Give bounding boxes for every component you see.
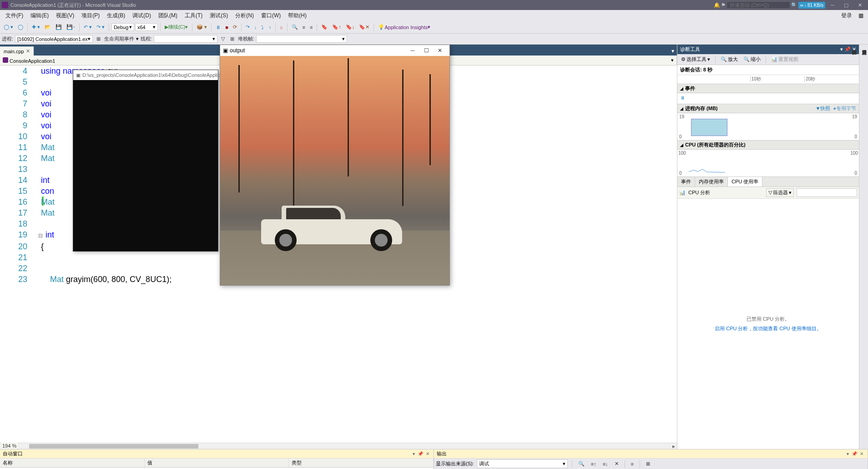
- console-window[interactable]: ▣ D:\vs_projects\ConsoleApplication1\x64…: [73, 70, 218, 252]
- reset-view-button[interactable]: 📊 重置视图: [769, 55, 800, 64]
- col-type[interactable]: 类型: [289, 459, 434, 467]
- panel-pin-button[interactable]: 📌: [850, 451, 858, 456]
- lifecycle-dropdown[interactable]: ▾: [136, 36, 139, 42]
- step-into-button[interactable]: ↓: [252, 24, 259, 31]
- diag-search-input[interactable]: [797, 188, 857, 197]
- menu-edit[interactable]: 编辑(E): [27, 10, 52, 21]
- platform-dropdown[interactable]: x64 ▾: [135, 23, 158, 31]
- menu-debug[interactable]: 调试(D): [129, 10, 155, 21]
- output-source-dropdown[interactable]: 调试▾: [477, 459, 568, 468]
- build-button[interactable]: 📦 ▾: [195, 23, 209, 31]
- output-find-button[interactable]: 🔍: [576, 460, 586, 468]
- find-button[interactable]: 🔍: [290, 23, 300, 31]
- zoom-out-button[interactable]: 🔍 缩小: [742, 55, 762, 64]
- menu-project[interactable]: 项目(P): [78, 10, 103, 21]
- uncomment-button[interactable]: ≡: [308, 24, 314, 31]
- output-wrap-button[interactable]: ≡: [629, 460, 636, 468]
- output-close-button[interactable]: ✕: [433, 47, 447, 54]
- redo-button[interactable]: ↷ ▾: [95, 23, 106, 31]
- login-link[interactable]: 登录: [838, 10, 856, 21]
- menu-test[interactable]: 测试(S): [206, 10, 232, 21]
- events-header[interactable]: ◢事件: [677, 84, 859, 93]
- thread-filter-button[interactable]: ▽: [219, 35, 227, 43]
- toggle-threads-button[interactable]: ⊞: [228, 35, 236, 43]
- comment-button[interactable]: ≡: [301, 24, 307, 31]
- cpu-header[interactable]: ◢CPU (所有处理器的百分比): [677, 141, 859, 150]
- diag-tab-memory[interactable]: 内存使用率: [695, 177, 728, 187]
- continue-button[interactable]: ▶ 继续(C) ▾: [163, 23, 190, 31]
- solution-explorer-tab[interactable]: 解决方案资源管理器: [861, 46, 867, 447]
- menu-window[interactable]: 窗口(W): [257, 10, 284, 21]
- zoom-in-button[interactable]: 🔍 放大: [719, 55, 740, 64]
- menu-tools[interactable]: 工具(T): [181, 10, 206, 21]
- output-prev-button[interactable]: ≡↑: [589, 460, 598, 468]
- nav-forward-button[interactable]: ◯: [16, 23, 25, 31]
- lifecycle-icon[interactable]: ⊞: [95, 35, 102, 43]
- output-maximize-button[interactable]: ☐: [419, 47, 433, 54]
- filter-dropdown[interactable]: ▽ 筛选器 ▾: [766, 188, 794, 197]
- col-value[interactable]: 值: [145, 459, 289, 467]
- col-name[interactable]: 名称: [0, 459, 145, 467]
- new-button[interactable]: ✚ ▾: [30, 23, 42, 31]
- menu-build[interactable]: 生成(B): [103, 10, 129, 21]
- menu-file[interactable]: 文件(F): [2, 10, 27, 21]
- config-dropdown[interactable]: Debug ▾: [111, 23, 134, 31]
- close-button[interactable]: ✕: [853, 1, 866, 9]
- open-button[interactable]: 📂: [43, 23, 53, 31]
- menu-help[interactable]: 帮助(H): [284, 10, 310, 21]
- opencv-output-window[interactable]: ▣output ─ ☐ ✕: [220, 45, 450, 286]
- editor-tab-main-cpp[interactable]: main.cpp ✕: [0, 46, 34, 55]
- step-over-button[interactable]: ⤵: [259, 24, 266, 31]
- dropdown-files-button[interactable]: ▾: [669, 46, 677, 55]
- undo-button[interactable]: ↶ ▾: [82, 23, 94, 31]
- select-tools-button[interactable]: ⚙ 选择工具 ▾: [679, 55, 712, 64]
- memory-header[interactable]: ◢进程内存 (MB) ▼快照 ●专用字节: [677, 104, 859, 113]
- restart-button[interactable]: ⟳: [231, 23, 239, 31]
- step-out-button[interactable]: ↑: [267, 24, 273, 31]
- thread-dropdown[interactable]: ▾: [154, 35, 217, 43]
- minimize-button[interactable]: ─: [826, 1, 839, 9]
- output-clear-button[interactable]: ✕: [613, 460, 621, 468]
- timeline-ruler[interactable]: 10秒 20秒: [677, 75, 859, 84]
- diag-tab-events[interactable]: 事件: [677, 177, 695, 187]
- panel-close-button[interactable]: ✕: [858, 451, 865, 456]
- panel-dropdown-button[interactable]: ▾: [840, 46, 843, 52]
- maximize-button[interactable]: ▢: [840, 1, 853, 9]
- bookmark-clear-button[interactable]: 🔖✕: [357, 23, 371, 31]
- show-next-statement-button[interactable]: ↷: [244, 23, 252, 31]
- panel-dropdown-button[interactable]: ▾: [845, 451, 850, 456]
- panel-dropdown-button[interactable]: ▾: [411, 451, 416, 456]
- panel-pin-button[interactable]: 📌: [416, 451, 424, 456]
- editor-hscrollbar[interactable]: 194 % ◂ ▸: [0, 443, 677, 449]
- diag-tab-cpu[interactable]: CPU 使用率: [728, 177, 762, 187]
- panel-close-button[interactable]: ✕: [424, 451, 431, 456]
- enable-cpu-link[interactable]: 启用 CPU 分析，按功能查看 CPU 使用率细目。: [715, 325, 822, 332]
- panel-pin-button[interactable]: 📌: [844, 46, 851, 52]
- stackframe-dropdown[interactable]: ▾: [256, 35, 347, 43]
- intellitrace-button[interactable]: ⌂: [278, 24, 285, 31]
- quick-launch-input[interactable]: [727, 1, 790, 9]
- save-all-button[interactable]: 💾+: [65, 23, 77, 31]
- pause-button[interactable]: ⏸: [214, 24, 222, 31]
- output-minimize-button[interactable]: ─: [406, 47, 419, 54]
- notification-icon[interactable]: 🔔: [714, 2, 720, 8]
- hscroll-thumb[interactable]: [29, 444, 198, 449]
- app-insights-button[interactable]: 💡 Application Insights ▾: [376, 23, 432, 31]
- bookmark-next-button[interactable]: 🔖↓: [344, 23, 357, 31]
- bookmark-button[interactable]: 🔖: [319, 23, 329, 31]
- save-button[interactable]: 💾: [54, 23, 64, 31]
- bookmark-prev-button[interactable]: 🔖↑: [330, 23, 343, 31]
- output-settings-button[interactable]: ⊞: [644, 460, 652, 468]
- zoom-level[interactable]: 194 %: [1, 443, 18, 449]
- login-avatar-icon[interactable]: ▦: [856, 12, 866, 19]
- process-dropdown[interactable]: [16092] ConsoleApplication1.ex▾: [15, 35, 93, 43]
- tab-close-icon[interactable]: ✕: [26, 48, 30, 54]
- flag-icon[interactable]: ⚑: [721, 2, 726, 8]
- output-next-button[interactable]: ≡↓: [601, 460, 610, 468]
- stop-button[interactable]: ■: [223, 24, 230, 31]
- menu-view[interactable]: 视图(V): [52, 10, 78, 21]
- menu-analyze[interactable]: 分析(N): [232, 10, 257, 21]
- nav-back-button[interactable]: ◯ ▾: [2, 23, 15, 31]
- menu-team[interactable]: 团队(M): [155, 10, 181, 21]
- team-explorer-tab[interactable]: 团队资源管理器: [851, 46, 857, 447]
